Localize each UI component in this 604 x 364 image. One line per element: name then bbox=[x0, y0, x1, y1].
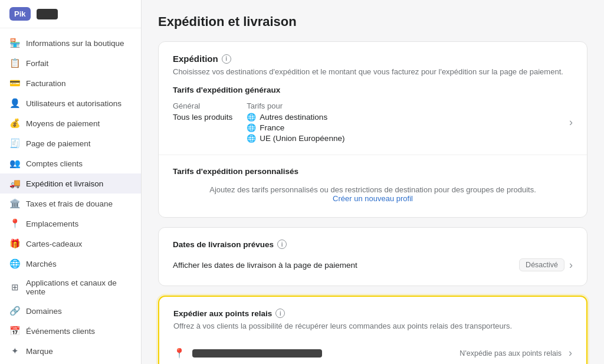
destination-item: 🌐UE (Union Européenne) bbox=[247, 134, 344, 143]
dates-chevron-icon: › bbox=[569, 259, 573, 271]
sidebar-item-forfait[interactable]: 📋Forfait bbox=[0, 53, 141, 73]
sidebar-item-facturation[interactable]: 💳Facturation bbox=[0, 73, 141, 93]
sidebar-item-page-paiement[interactable]: 🧾Page de paiement bbox=[0, 133, 141, 153]
sidebar-label-evenements: Événements clients bbox=[26, 327, 95, 336]
points-relais-row[interactable]: 📍 N'expédie pas aux points relais › bbox=[173, 340, 572, 362]
sidebar-label-utilisateurs: Utilisateurs et autorisations bbox=[26, 99, 122, 108]
emplacements-icon: 📍 bbox=[9, 218, 20, 229]
sidebar-item-applications[interactable]: ⊞Applications et canaux de vente bbox=[0, 274, 141, 301]
sidebar-item-evenements[interactable]: 📅Événements clients bbox=[0, 321, 141, 341]
marches-icon: 🌐 bbox=[9, 258, 20, 269]
comptes-clients-icon: 👥 bbox=[9, 158, 20, 169]
dates-livraison-title: Dates de livraison prévues i bbox=[173, 240, 573, 249]
delivery-dates-label: Afficher les dates de livraison à la pag… bbox=[173, 261, 357, 270]
expedition-desc: Choisissez vos destinations d'expédition… bbox=[173, 67, 573, 76]
sidebar-label-taxes: Taxes et frais de douane bbox=[26, 199, 113, 208]
creer-profil-link[interactable]: Créer un nouveau profil bbox=[333, 194, 413, 203]
tarif-destinations-col: Tarifs pour 🌐Autres destinations🌐France🌐… bbox=[247, 101, 344, 143]
sidebar-item-comptes-clients[interactable]: 👥Comptes clients bbox=[0, 153, 141, 173]
location-icon: 📍 bbox=[173, 347, 185, 359]
destinations-list: 🌐Autres destinations🌐France🌐UE (Union Eu… bbox=[247, 113, 344, 143]
expedition-card: Expédition i Choisissez vos destinations… bbox=[158, 41, 587, 218]
relais-status-label: N'expédie pas aux points relais bbox=[459, 349, 562, 358]
sidebar-label-moyens-paiement: Moyens de paiement bbox=[26, 119, 100, 128]
destination-item: 🌐France bbox=[247, 123, 344, 132]
globe-icon: 🌐 bbox=[247, 123, 256, 132]
sidebar-item-taxes[interactable]: 🏛️Taxes et frais de douane bbox=[0, 194, 141, 214]
main-content: Expédition et livraison Expédition i Cho… bbox=[142, 0, 604, 364]
relais-chevron-icon: › bbox=[569, 347, 572, 359]
sidebar-item-expedition[interactable]: 🚚Expédition et livraison bbox=[0, 173, 141, 194]
expedition-icon: 🚚 bbox=[9, 178, 20, 189]
sidebar-item-notifications[interactable]: 🔔Notifications bbox=[0, 361, 141, 364]
cartes-cadeaux-icon: 🎁 bbox=[9, 238, 20, 249]
facturation-icon: 💳 bbox=[9, 78, 20, 88]
sidebar-label-comptes-clients: Comptes clients bbox=[26, 159, 83, 168]
dates-info-icon[interactable]: i bbox=[277, 240, 287, 249]
points-relais-desc: Offrez à vos clients la possibilité de r… bbox=[173, 322, 572, 330]
points-relais-title: Expédier aux points relais i bbox=[173, 309, 572, 318]
domaines-icon: 🔗 bbox=[9, 306, 20, 316]
tarifs-row-container[interactable]: Général Tous les produits Tarifs pour 🌐A… bbox=[173, 101, 573, 143]
sidebar-item-utilisateurs[interactable]: 👤Utilisateurs et autorisations bbox=[0, 93, 141, 113]
moyens-paiement-icon: 💰 bbox=[9, 118, 20, 129]
sidebar-label-page-paiement: Page de paiement bbox=[26, 139, 91, 148]
dates-livraison-card: Dates de livraison prévues i Afficher le… bbox=[158, 227, 587, 286]
general-label: Général bbox=[173, 101, 232, 110]
tarifs-row: Général Tous les produits Tarifs pour 🌐A… bbox=[173, 101, 344, 143]
tarifs-pour-label: Tarifs pour bbox=[247, 101, 344, 110]
globe-icon: 🌐 bbox=[247, 134, 256, 143]
sidebar-label-expedition: Expédition et livraison bbox=[26, 179, 103, 188]
globe-icon: 🌐 bbox=[247, 113, 256, 122]
tarifs-generaux-section: Tarifs d'expédition généraux Général Tou… bbox=[173, 86, 573, 143]
tarif-general-col: Général Tous les produits bbox=[173, 101, 232, 122]
sidebar-item-marches[interactable]: 🌐Marchés bbox=[0, 254, 141, 274]
sidebar-header: Pik bbox=[0, 0, 141, 28]
points-relais-section: Expédier aux points relais i Offrez à vo… bbox=[159, 297, 586, 364]
sidebar-item-informations[interactable]: 🏪Informations sur la boutique bbox=[0, 33, 141, 53]
sidebar-item-domaines[interactable]: 🔗Domaines bbox=[0, 301, 141, 321]
general-value: Tous les produits bbox=[173, 113, 232, 122]
delivery-dates-row[interactable]: Afficher les dates de livraison à la pag… bbox=[173, 256, 573, 274]
logo-text: Pik bbox=[9, 7, 31, 21]
sidebar-label-cartes-cadeaux: Cartes-cadeaux bbox=[26, 240, 82, 248]
sidebar-label-facturation: Facturation bbox=[26, 79, 66, 88]
delivery-status-row: Désactivé › bbox=[519, 258, 573, 271]
sidebar-nav: 🏪Informations sur la boutique📋Forfait💳Fa… bbox=[0, 28, 141, 364]
sidebar-item-emplacements[interactable]: 📍Emplacements bbox=[0, 214, 141, 234]
expedition-title: Expédition i bbox=[173, 54, 573, 64]
sidebar-label-informations: Informations sur la boutique bbox=[26, 39, 124, 48]
sidebar-label-forfait: Forfait bbox=[26, 59, 48, 68]
sidebar-item-marque[interactable]: ✦Marque bbox=[0, 341, 141, 361]
marque-icon: ✦ bbox=[9, 346, 20, 356]
points-relais-info-icon[interactable]: i bbox=[275, 309, 285, 318]
page-title: Expédition et livraison bbox=[158, 14, 587, 29]
expedition-info-icon[interactable]: i bbox=[222, 54, 231, 64]
utilisateurs-icon: 👤 bbox=[9, 98, 20, 109]
dates-livraison-section: Dates de livraison prévues i Afficher le… bbox=[159, 228, 587, 286]
redacted-name-bar bbox=[192, 349, 322, 358]
sidebar-label-domaines: Domaines bbox=[26, 307, 62, 316]
sidebar-item-moyens-paiement[interactable]: 💰Moyens de paiement bbox=[0, 113, 141, 133]
taxes-icon: 🏛️ bbox=[9, 198, 20, 209]
evenements-icon: 📅 bbox=[9, 326, 20, 336]
logo-bar bbox=[37, 9, 58, 19]
sidebar-item-cartes-cadeaux[interactable]: 🎁Cartes-cadeaux bbox=[0, 234, 141, 254]
expedition-section: Expédition i Choisissez vos destinations… bbox=[159, 42, 587, 155]
sidebar-label-marque: Marque bbox=[26, 347, 53, 356]
applications-icon: ⊞ bbox=[9, 282, 20, 293]
destination-item: 🌐Autres destinations bbox=[247, 113, 344, 122]
custom-tarifs-desc: Ajoutez des tarifs personnalisés ou des … bbox=[173, 181, 573, 205]
desactive-badge: Désactivé bbox=[519, 258, 564, 271]
page-paiement-icon: 🧾 bbox=[9, 138, 20, 149]
tarifs-personnalises-section: Tarifs d'expédition personnalisés Ajoute… bbox=[159, 155, 587, 217]
sidebar: Pik 🏪Informations sur la boutique📋Forfai… bbox=[0, 0, 142, 364]
points-relais-card: Expédier aux points relais i Offrez à vo… bbox=[158, 296, 587, 364]
tarifs-generaux-title: Tarifs d'expédition généraux bbox=[173, 86, 573, 94]
sidebar-label-applications: Applications et canaux de vente bbox=[26, 278, 132, 296]
tarifs-personnalises-title: Tarifs d'expédition personnalisés bbox=[173, 167, 573, 176]
sidebar-label-emplacements: Emplacements bbox=[26, 219, 78, 228]
informations-icon: 🏪 bbox=[9, 38, 20, 48]
forfait-icon: 📋 bbox=[9, 58, 20, 68]
tarifs-chevron-icon: › bbox=[569, 116, 573, 129]
